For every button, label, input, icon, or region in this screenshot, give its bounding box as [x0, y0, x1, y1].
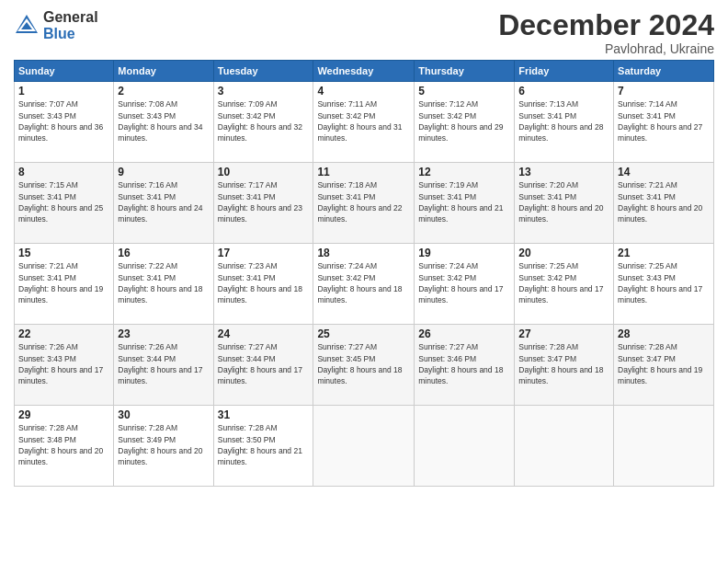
day-info: Sunrise: 7:28 AMSunset: 3:50 PMDaylight:… [218, 423, 302, 466]
table-row: 26 Sunrise: 7:27 AMSunset: 3:46 PMDaylig… [415, 325, 515, 406]
day-info: Sunrise: 7:14 AMSunset: 3:41 PMDaylight:… [618, 99, 702, 143]
table-row: 23 Sunrise: 7:26 AMSunset: 3:44 PMDaylig… [114, 325, 213, 406]
day-number: 30 [118, 408, 209, 421]
col-tuesday: Tuesday [213, 61, 313, 82]
month-title: December 2024 [498, 9, 714, 41]
day-info: Sunrise: 7:28 AMSunset: 3:47 PMDaylight:… [618, 342, 702, 385]
table-row [614, 406, 714, 487]
table-row: 14 Sunrise: 7:21 AMSunset: 3:41 PMDaylig… [614, 163, 714, 244]
day-number: 21 [618, 247, 710, 259]
day-number: 14 [618, 166, 710, 178]
day-info: Sunrise: 7:19 AMSunset: 3:41 PMDaylight:… [418, 180, 503, 224]
day-number: 10 [218, 166, 310, 178]
table-row: 24 Sunrise: 7:27 AMSunset: 3:44 PMDaylig… [213, 325, 313, 406]
day-info: Sunrise: 7:28 AMSunset: 3:49 PMDaylight:… [118, 423, 202, 466]
day-info: Sunrise: 7:13 AMSunset: 3:41 PMDaylight:… [518, 99, 603, 143]
day-number: 15 [18, 247, 109, 259]
logo: General Blue [14, 9, 98, 41]
col-monday: Monday [114, 61, 213, 82]
day-number: 16 [118, 247, 209, 259]
col-thursday: Thursday [415, 61, 515, 82]
day-number: 4 [317, 85, 410, 98]
logo-blue-text: Blue [43, 26, 98, 42]
day-number: 31 [218, 408, 310, 421]
table-row [515, 406, 614, 487]
day-number: 27 [518, 327, 609, 340]
day-number: 19 [418, 247, 510, 259]
day-number: 23 [118, 327, 209, 340]
col-wednesday: Wednesday [313, 61, 415, 82]
day-info: Sunrise: 7:25 AMSunset: 3:42 PMDaylight:… [518, 261, 603, 304]
table-row: 16 Sunrise: 7:22 AMSunset: 3:41 PMDaylig… [114, 244, 213, 325]
table-row: 30 Sunrise: 7:28 AMSunset: 3:49 PMDaylig… [114, 406, 213, 487]
table-row: 7 Sunrise: 7:14 AMSunset: 3:41 PMDayligh… [614, 82, 714, 163]
day-info: Sunrise: 7:24 AMSunset: 3:42 PMDaylight:… [418, 261, 503, 304]
day-info: Sunrise: 7:27 AMSunset: 3:46 PMDaylight:… [418, 342, 503, 385]
day-info: Sunrise: 7:23 AMSunset: 3:41 PMDaylight:… [218, 261, 302, 304]
table-row: 15 Sunrise: 7:21 AMSunset: 3:41 PMDaylig… [15, 244, 114, 325]
day-number: 5 [418, 85, 510, 98]
day-number: 20 [518, 247, 609, 259]
table-row: 4 Sunrise: 7:11 AMSunset: 3:42 PMDayligh… [313, 82, 415, 163]
day-info: Sunrise: 7:26 AMSunset: 3:44 PMDaylight:… [118, 342, 202, 385]
day-info: Sunrise: 7:21 AMSunset: 3:41 PMDaylight:… [618, 180, 702, 224]
day-number: 6 [518, 85, 609, 98]
table-row: 3 Sunrise: 7:09 AMSunset: 3:42 PMDayligh… [213, 82, 313, 163]
table-row [313, 406, 415, 487]
col-saturday: Saturday [614, 61, 714, 82]
table-row: 29 Sunrise: 7:28 AMSunset: 3:48 PMDaylig… [15, 406, 114, 487]
day-number: 24 [218, 327, 310, 340]
day-number: 25 [317, 327, 410, 340]
day-info: Sunrise: 7:07 AMSunset: 3:43 PMDaylight:… [18, 99, 103, 143]
day-number: 12 [418, 166, 510, 178]
day-number: 2 [118, 85, 209, 98]
table-row: 12 Sunrise: 7:19 AMSunset: 3:41 PMDaylig… [415, 163, 515, 244]
table-row: 20 Sunrise: 7:25 AMSunset: 3:42 PMDaylig… [515, 244, 614, 325]
day-info: Sunrise: 7:28 AMSunset: 3:48 PMDaylight:… [18, 423, 103, 466]
table-row: 9 Sunrise: 7:16 AMSunset: 3:41 PMDayligh… [114, 163, 213, 244]
calendar-week-4: 22 Sunrise: 7:26 AMSunset: 3:43 PMDaylig… [15, 325, 714, 406]
day-info: Sunrise: 7:20 AMSunset: 3:41 PMDaylight:… [518, 180, 603, 224]
calendar-header-row: Sunday Monday Tuesday Wednesday Thursday… [15, 61, 714, 82]
day-info: Sunrise: 7:11 AMSunset: 3:42 PMDaylight:… [317, 99, 402, 143]
table-row: 13 Sunrise: 7:20 AMSunset: 3:41 PMDaylig… [515, 163, 614, 244]
location: Pavlohrad, Ukraine [498, 41, 714, 56]
calendar-week-5: 29 Sunrise: 7:28 AMSunset: 3:48 PMDaylig… [15, 406, 714, 487]
day-info: Sunrise: 7:28 AMSunset: 3:47 PMDaylight:… [518, 342, 603, 385]
calendar-table: Sunday Monday Tuesday Wednesday Thursday… [14, 60, 714, 487]
day-number: 11 [317, 166, 410, 178]
day-info: Sunrise: 7:08 AMSunset: 3:43 PMDaylight:… [118, 99, 202, 143]
day-number: 29 [18, 408, 109, 421]
day-info: Sunrise: 7:16 AMSunset: 3:41 PMDaylight:… [118, 180, 202, 224]
day-number: 3 [218, 85, 310, 98]
table-row: 17 Sunrise: 7:23 AMSunset: 3:41 PMDaylig… [213, 244, 313, 325]
day-info: Sunrise: 7:27 AMSunset: 3:45 PMDaylight:… [317, 342, 402, 385]
day-number: 28 [618, 327, 710, 340]
day-number: 26 [418, 327, 510, 340]
day-info: Sunrise: 7:24 AMSunset: 3:42 PMDaylight:… [317, 261, 402, 304]
day-info: Sunrise: 7:18 AMSunset: 3:41 PMDaylight:… [317, 180, 402, 224]
table-row: 8 Sunrise: 7:15 AMSunset: 3:41 PMDayligh… [15, 163, 114, 244]
table-row: 10 Sunrise: 7:17 AMSunset: 3:41 PMDaylig… [213, 163, 313, 244]
table-row: 5 Sunrise: 7:12 AMSunset: 3:42 PMDayligh… [415, 82, 515, 163]
table-row: 25 Sunrise: 7:27 AMSunset: 3:45 PMDaylig… [313, 325, 415, 406]
day-info: Sunrise: 7:27 AMSunset: 3:44 PMDaylight:… [218, 342, 302, 385]
calendar-week-3: 15 Sunrise: 7:21 AMSunset: 3:41 PMDaylig… [15, 244, 714, 325]
table-row: 18 Sunrise: 7:24 AMSunset: 3:42 PMDaylig… [313, 244, 415, 325]
table-row: 6 Sunrise: 7:13 AMSunset: 3:41 PMDayligh… [515, 82, 614, 163]
day-info: Sunrise: 7:15 AMSunset: 3:41 PMDaylight:… [18, 180, 103, 224]
day-info: Sunrise: 7:12 AMSunset: 3:42 PMDaylight:… [418, 99, 503, 143]
col-friday: Friday [515, 61, 614, 82]
logo-text: General Blue [43, 9, 98, 41]
col-sunday: Sunday [15, 61, 114, 82]
day-number: 9 [118, 166, 209, 178]
day-number: 8 [18, 166, 109, 178]
page-container: General Blue December 2024 Pavlohrad, Uk… [0, 0, 728, 496]
table-row [415, 406, 515, 487]
calendar-week-1: 1 Sunrise: 7:07 AMSunset: 3:43 PMDayligh… [15, 82, 714, 163]
logo-icon [14, 13, 40, 39]
table-row: 2 Sunrise: 7:08 AMSunset: 3:43 PMDayligh… [114, 82, 213, 163]
table-row: 31 Sunrise: 7:28 AMSunset: 3:50 PMDaylig… [213, 406, 313, 487]
day-number: 17 [218, 247, 310, 259]
day-info: Sunrise: 7:25 AMSunset: 3:43 PMDaylight:… [618, 261, 702, 304]
